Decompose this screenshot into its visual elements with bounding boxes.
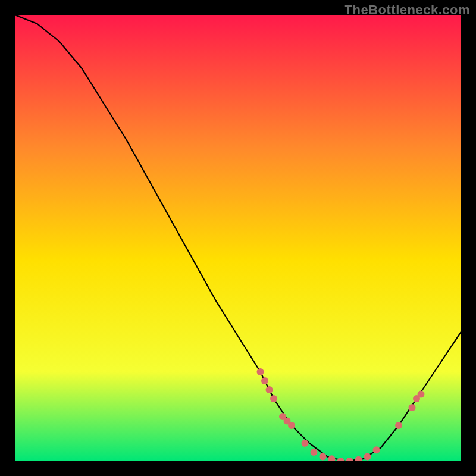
data-marker [311, 449, 318, 456]
watermark-text: TheBottleneck.com [345, 2, 470, 18]
data-marker [364, 453, 371, 461]
data-marker [288, 422, 295, 429]
chart-svg [15, 15, 461, 461]
data-marker [257, 368, 264, 375]
data-marker [261, 377, 268, 384]
data-marker [395, 422, 402, 429]
plot-area [15, 15, 461, 461]
gradient-background [15, 15, 461, 461]
data-marker [270, 395, 277, 402]
chart-canvas: TheBottleneck.com [0, 0, 476, 476]
data-marker [373, 446, 380, 453]
data-marker [266, 386, 273, 393]
data-marker [418, 391, 425, 398]
data-marker [320, 453, 327, 461]
data-marker [302, 440, 309, 447]
data-marker [409, 404, 416, 411]
